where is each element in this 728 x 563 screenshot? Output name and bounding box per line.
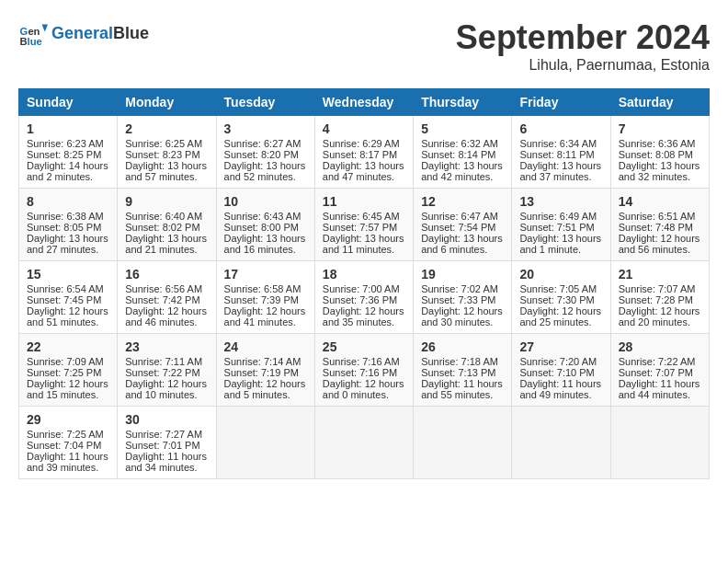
sunrise-label: Sunrise: 7:16 AM (323, 356, 400, 367)
daylight-label: Daylight: 12 hours and 25 minutes. (519, 305, 601, 327)
day-number: 23 (125, 339, 208, 354)
calendar-week-row: 1 Sunrise: 6:23 AM Sunset: 8:25 PM Dayli… (19, 116, 710, 189)
day-number: 21 (619, 267, 701, 282)
calendar-day-cell: 28 Sunrise: 7:22 AM Sunset: 7:07 PM Dayl… (610, 334, 709, 407)
col-wednesday: Wednesday (314, 89, 413, 116)
calendar-day-cell: 26 Sunrise: 7:18 AM Sunset: 7:13 PM Dayl… (414, 334, 512, 407)
day-number: 9 (125, 194, 208, 209)
calendar-week-row: 22 Sunrise: 7:09 AM Sunset: 7:25 PM Dayl… (19, 334, 710, 407)
sunrise-label: Sunrise: 7:00 AM (323, 283, 400, 294)
daylight-label: Daylight: 12 hours and 15 minutes. (27, 378, 108, 400)
daylight-label: Daylight: 12 hours and 51 minutes. (27, 305, 108, 327)
sunset-label: Sunset: 7:36 PM (323, 294, 397, 305)
sunrise-label: Sunrise: 7:02 AM (421, 283, 498, 294)
sunset-label: Sunset: 7:22 PM (125, 367, 199, 378)
calendar-day-cell: 5 Sunrise: 6:32 AM Sunset: 8:14 PM Dayli… (414, 116, 512, 189)
sunset-label: Sunset: 7:13 PM (421, 367, 495, 378)
day-number: 4 (323, 121, 405, 136)
calendar-day-cell: 8 Sunrise: 6:38 AM Sunset: 8:05 PM Dayli… (19, 189, 118, 261)
day-number: 18 (323, 267, 405, 282)
sunrise-label: Sunrise: 7:11 AM (125, 356, 202, 367)
daylight-label: Daylight: 12 hours and 41 minutes. (224, 305, 306, 327)
day-number: 11 (323, 194, 405, 209)
calendar-day-cell: 16 Sunrise: 6:56 AM Sunset: 7:42 PM Dayl… (118, 261, 216, 334)
calendar-day-cell: 15 Sunrise: 6:54 AM Sunset: 7:45 PM Dayl… (19, 261, 118, 334)
sunset-label: Sunset: 7:04 PM (27, 440, 101, 451)
svg-marker-4 (42, 24, 48, 31)
daylight-label: Daylight: 13 hours and 6 minutes. (421, 233, 503, 255)
sunrise-label: Sunrise: 6:51 AM (619, 211, 696, 222)
sunrise-label: Sunrise: 7:25 AM (27, 429, 104, 440)
sunrise-label: Sunrise: 7:22 AM (619, 356, 696, 367)
day-number: 7 (619, 121, 701, 136)
logo-blue: Blue (113, 24, 149, 42)
daylight-label: Daylight: 13 hours and 21 minutes. (125, 233, 207, 255)
sunrise-label: Sunrise: 6:36 AM (619, 138, 696, 149)
sunrise-label: Sunrise: 7:27 AM (125, 429, 202, 440)
daylight-label: Daylight: 12 hours and 0 minutes. (323, 378, 404, 400)
col-thursday: Thursday (414, 89, 512, 116)
day-number: 28 (619, 339, 701, 354)
day-number: 1 (27, 121, 109, 136)
logo-icon: G en B lue (18, 18, 48, 48)
sunrise-label: Sunrise: 6:29 AM (323, 138, 400, 149)
col-tuesday: Tuesday (216, 89, 314, 116)
day-number: 26 (421, 339, 504, 354)
sunset-label: Sunset: 8:20 PM (224, 149, 299, 160)
calendar-week-row: 29 Sunrise: 7:25 AM Sunset: 7:04 PM Dayl… (19, 407, 710, 479)
calendar-day-cell: 17 Sunrise: 6:58 AM Sunset: 7:39 PM Dayl… (216, 261, 314, 334)
svg-text:B: B (20, 36, 28, 47)
empty-cell (216, 407, 314, 479)
day-number: 2 (125, 121, 208, 136)
day-number: 29 (27, 412, 109, 427)
sunset-label: Sunset: 8:25 PM (27, 149, 101, 160)
sunset-label: Sunset: 8:17 PM (323, 149, 397, 160)
calendar-day-cell: 11 Sunrise: 6:45 AM Sunset: 7:57 PM Dayl… (314, 189, 413, 261)
sunrise-label: Sunrise: 6:47 AM (421, 211, 498, 222)
month-title: September 2024 (456, 18, 710, 57)
sunset-label: Sunset: 7:25 PM (27, 367, 101, 378)
calendar-day-cell: 12 Sunrise: 6:47 AM Sunset: 7:54 PM Dayl… (414, 189, 512, 261)
calendar-day-cell: 30 Sunrise: 7:27 AM Sunset: 7:01 PM Dayl… (118, 407, 216, 479)
empty-cell (610, 407, 709, 479)
logo-general: General (51, 24, 113, 42)
calendar-day-cell: 4 Sunrise: 6:29 AM Sunset: 8:17 PM Dayli… (314, 116, 413, 189)
daylight-label: Daylight: 14 hours and 2 minutes. (27, 160, 108, 182)
day-number: 5 (421, 121, 504, 136)
calendar-day-cell: 23 Sunrise: 7:11 AM Sunset: 7:22 PM Dayl… (118, 334, 216, 407)
sunset-label: Sunset: 7:01 PM (125, 440, 199, 451)
day-number: 12 (421, 194, 504, 209)
sunset-label: Sunset: 7:19 PM (224, 367, 299, 378)
day-number: 16 (125, 267, 208, 282)
calendar-day-cell: 7 Sunrise: 6:36 AM Sunset: 8:08 PM Dayli… (610, 116, 709, 189)
daylight-label: Daylight: 13 hours and 37 minutes. (519, 160, 601, 182)
svg-text:en: en (28, 26, 40, 37)
daylight-label: Daylight: 13 hours and 16 minutes. (224, 233, 306, 255)
day-number: 20 (519, 267, 602, 282)
day-number: 19 (421, 267, 504, 282)
sunrise-label: Sunrise: 6:58 AM (224, 283, 301, 294)
day-number: 30 (125, 412, 208, 427)
calendar-day-cell: 19 Sunrise: 7:02 AM Sunset: 7:33 PM Dayl… (414, 261, 512, 334)
daylight-label: Daylight: 11 hours and 34 minutes. (125, 451, 207, 473)
svg-text:lue: lue (28, 36, 42, 47)
sunset-label: Sunset: 8:08 PM (619, 149, 693, 160)
sunset-label: Sunset: 7:33 PM (421, 294, 495, 305)
daylight-label: Daylight: 12 hours and 5 minutes. (224, 378, 306, 400)
sunset-label: Sunset: 8:11 PM (519, 149, 594, 160)
daylight-label: Daylight: 11 hours and 49 minutes. (519, 378, 601, 400)
calendar-day-cell: 29 Sunrise: 7:25 AM Sunset: 7:04 PM Dayl… (19, 407, 118, 479)
sunrise-label: Sunrise: 7:09 AM (27, 356, 104, 367)
page-header: G en B lue GeneralBlue September 2024 Li… (18, 18, 710, 74)
empty-cell (512, 407, 610, 479)
daylight-label: Daylight: 12 hours and 30 minutes. (421, 305, 503, 327)
calendar-day-cell: 22 Sunrise: 7:09 AM Sunset: 7:25 PM Dayl… (19, 334, 118, 407)
day-number: 14 (619, 194, 701, 209)
sunrise-label: Sunrise: 7:20 AM (519, 356, 597, 367)
sunrise-label: Sunrise: 6:49 AM (519, 211, 597, 222)
daylight-label: Daylight: 13 hours and 47 minutes. (323, 160, 404, 182)
sunrise-label: Sunrise: 7:07 AM (619, 283, 696, 294)
day-number: 27 (519, 339, 602, 354)
calendar-day-cell: 18 Sunrise: 7:00 AM Sunset: 7:36 PM Dayl… (314, 261, 413, 334)
location-subtitle: Lihula, Paernumaa, Estonia (456, 57, 710, 74)
